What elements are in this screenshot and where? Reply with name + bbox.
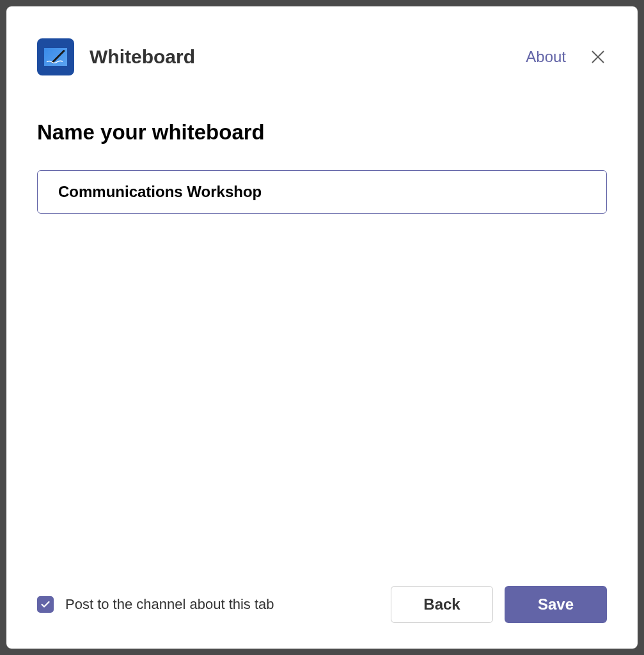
dialog-buttons: Back Save — [391, 586, 607, 623]
close-button[interactable] — [589, 48, 607, 66]
dialog-header: Whiteboard About — [37, 38, 607, 75]
dialog-footer: Post to the channel about this tab Back … — [37, 586, 607, 623]
whiteboard-app-icon — [37, 38, 74, 75]
post-to-channel-label: Post to the channel about this tab — [65, 596, 274, 613]
post-to-channel-group: Post to the channel about this tab — [37, 596, 274, 613]
app-title: Whiteboard — [90, 46, 195, 68]
back-button[interactable]: Back — [391, 586, 493, 623]
close-icon — [590, 49, 606, 65]
whiteboard-dialog: Whiteboard About Name your whiteboard Po… — [6, 6, 638, 649]
post-to-channel-checkbox[interactable] — [37, 596, 54, 613]
dialog-content: Name your whiteboard — [37, 120, 607, 586]
whiteboard-name-input[interactable] — [37, 170, 607, 214]
header-right: About — [526, 48, 607, 66]
header-left: Whiteboard — [37, 38, 195, 75]
save-button[interactable]: Save — [505, 586, 607, 623]
about-link[interactable]: About — [526, 48, 566, 66]
checkmark-icon — [40, 599, 51, 610]
section-title: Name your whiteboard — [37, 120, 607, 145]
